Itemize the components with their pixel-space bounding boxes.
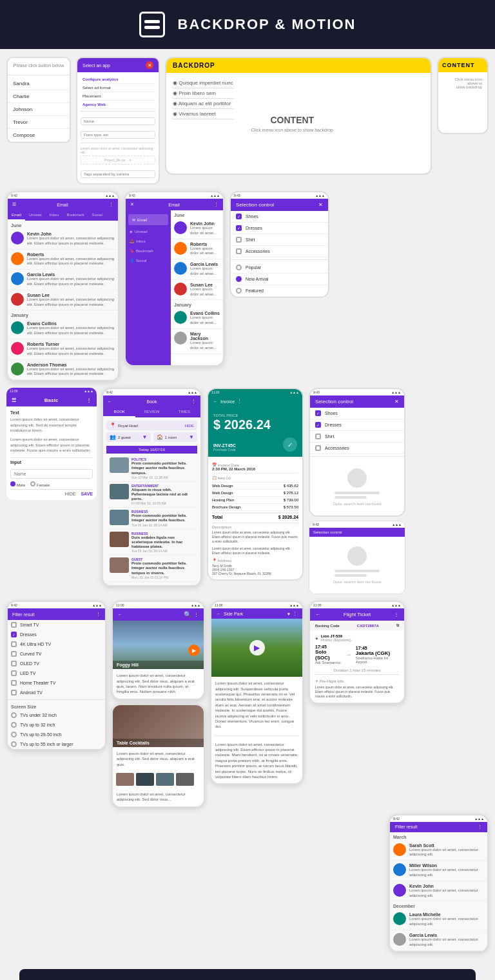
radio-55plus[interactable] — [11, 741, 17, 747]
list-item[interactable]: Roberts Turner Lorem ipsum dolor sit ame… — [8, 339, 118, 360]
checkbox[interactable] — [315, 434, 321, 439]
list-item[interactable]: Evans Collins Lorem ipsum dolor sit amet… — [171, 308, 223, 329]
more-icon[interactable]: ⋮ — [293, 611, 297, 616]
selection-item[interactable]: Shirt — [310, 431, 404, 443]
sidebar-social[interactable]: 👤 Social — [126, 255, 171, 265]
name-field[interactable] — [10, 469, 93, 479]
heart-icon[interactable]: ♥ — [287, 612, 290, 616]
park-play-btn[interactable]: ▶ — [249, 640, 265, 655]
checkbox-shirt[interactable] — [236, 237, 242, 243]
thumb[interactable] — [176, 773, 194, 786]
radio-male[interactable] — [10, 481, 15, 486]
close-icon[interactable]: ✕ — [318, 202, 323, 208]
configure-analytics[interactable]: Configure analytics — [81, 75, 155, 84]
more-icon[interactable]: ⋮ — [194, 612, 199, 617]
screen-size-item[interactable]: TVs under 32 inch — [8, 710, 105, 720]
file-upload[interactable]: Project_file.zip ✕ — [81, 155, 155, 165]
list-item[interactable]: Evans Collins Lorem ipsum dolor sit amet… — [8, 319, 118, 339]
selection-item[interactable]: Accessories — [231, 246, 328, 257]
dropdown-icon[interactable]: ▼ — [189, 434, 194, 440]
list-item[interactable]: Kevin John Lorem ipsum dolor sit amet, c… — [390, 881, 487, 902]
menu-item[interactable]: ◉ Proin libero sem — [173, 88, 233, 99]
list-item[interactable]: Anderson Thomas Lorem ipsum dolor sit am… — [8, 360, 118, 381]
list-item[interactable]: Garcia Lewis Lorem ipsum dolor sit amet,… — [8, 270, 118, 290]
hotel-field[interactable]: 📍 Royal Hotel HIDE — [106, 421, 197, 430]
news-item[interactable]: POLITICS Proin commodo porttitor felis. … — [106, 455, 197, 482]
list-item[interactable]: Susan Lee Lorem ipsum dolor sit amet... — [171, 280, 223, 301]
news-item[interactable]: BUSINESS Proin commodo porttitor felis. … — [106, 508, 197, 529]
save-button[interactable]: SAVE — [81, 492, 93, 496]
tab-book[interactable]: BOOK — [103, 407, 135, 417]
checkbox-android[interactable] — [11, 690, 17, 695]
close-icon[interactable]: ✕ — [394, 399, 399, 405]
checkbox-oled[interactable] — [11, 661, 17, 666]
radio-featured[interactable] — [236, 288, 242, 294]
list-item[interactable]: Kevin John Lorem ipsum dolor sit amet... — [171, 219, 223, 239]
radio-item[interactable]: New Arrival — [231, 274, 328, 285]
form-type-input[interactable] — [81, 131, 155, 139]
hide-button[interactable]: HIDE — [185, 424, 194, 428]
list-item[interactable]: Mary Jackson Lorem ipsum dolor sit amet.… — [171, 329, 223, 354]
checkbox[interactable]: ✓ — [315, 422, 321, 428]
tags-input[interactable] — [81, 170, 155, 178]
selection-item[interactable]: Shirt — [231, 234, 328, 246]
radio-under32[interactable] — [11, 712, 17, 718]
checkbox-home-theater[interactable] — [11, 680, 17, 686]
selection-item[interactable]: ✓ Shoes — [310, 408, 404, 419]
list-item[interactable]: Susan Lee Lorem ipsum dolor sit amet, co… — [8, 290, 118, 311]
thumb[interactable] — [156, 773, 174, 786]
tab-email[interactable]: Email — [8, 210, 25, 221]
list-item[interactable]: Johnson — [8, 103, 70, 116]
list-item[interactable]: Kevin John Lorem ipsum dolor sit amet, c… — [8, 229, 118, 250]
tab-unread[interactable]: Unread — [25, 210, 46, 221]
sidebar-bookmark[interactable]: 🔖 Bookmark — [126, 246, 171, 255]
radio-female[interactable] — [30, 481, 35, 486]
list-item[interactable]: Roberts Lorem ipsum dolor sit amet... — [171, 239, 223, 260]
screen-size-item[interactable]: TVs up to 55 inch or larger — [8, 739, 105, 749]
filter-item[interactable]: ✓ Dresses — [8, 630, 105, 639]
selection-item[interactable]: ✓ Dresses — [231, 223, 328, 234]
name-input[interactable] — [81, 117, 155, 125]
more-icon[interactable]: ⋮ — [478, 825, 482, 830]
close-icon[interactable]: ✕ — [146, 61, 153, 69]
checkbox-shoes[interactable]: ✓ — [236, 214, 242, 219]
tab-review[interactable]: REVIEW — [135, 407, 168, 417]
dropdown-icon[interactable]: ▼ — [142, 434, 148, 440]
list-item[interactable]: Laura Michelle Lorem ipsum dolor sit ame… — [390, 910, 487, 930]
list-item[interactable]: Miller Wilson Lorem ipsum dolor sit amet… — [390, 861, 487, 881]
tab-social[interactable]: Social — [88, 210, 106, 221]
menu-item[interactable]: ◉ Vivamus laoreet — [173, 109, 233, 119]
agency-web[interactable]: Agency Web — [81, 101, 155, 109]
menu-item[interactable]: ◉ Aliquam ac elit porttitor — [173, 99, 233, 109]
room-field[interactable]: 🏠 1 room ▼ — [153, 432, 198, 442]
checkbox-dresses[interactable]: ✓ — [236, 225, 242, 231]
back-icon[interactable]: ← — [315, 612, 320, 617]
checkbox-dresses[interactable]: ✓ — [11, 632, 17, 637]
thumb[interactable] — [136, 773, 154, 786]
checkbox-led[interactable] — [11, 670, 17, 676]
selection-item[interactable]: ✓ Shoes — [231, 211, 328, 223]
back-icon[interactable]: ← — [217, 612, 221, 616]
checkbox[interactable] — [315, 445, 321, 451]
checkbox-4k[interactable] — [11, 641, 17, 647]
sidebar-email[interactable]: ✉ Email — [128, 214, 168, 225]
checkbox-accessories[interactable] — [236, 248, 242, 254]
thumb[interactable] — [116, 773, 134, 786]
search-icon[interactable]: 🔍 — [184, 611, 191, 618]
filter-item[interactable]: LED TV — [8, 668, 105, 678]
radio-item[interactable]: Featured — [231, 285, 328, 297]
news-item[interactable]: guest Proin commodo porttitor felis. Int… — [106, 555, 197, 582]
radio-upto32[interactable] — [11, 722, 17, 728]
filter-item[interactable]: Android TV — [8, 688, 105, 697]
list-item[interactable]: Roberts Lorem ipsum dolor sit amet, cons… — [8, 250, 118, 270]
selection-item[interactable]: ✓ Dresses — [310, 419, 404, 431]
screen-size-item[interactable]: TVs up to 29-50 inch — [8, 730, 105, 739]
radio-29-50[interactable] — [11, 732, 17, 737]
list-item[interactable]: Charlie — [8, 90, 70, 103]
filter-item[interactable]: Home Theater TV — [8, 678, 105, 688]
filter-item[interactable]: Smart TV — [8, 620, 105, 630]
copy-icon[interactable]: ⧉ — [396, 623, 399, 628]
more-icon[interactable]: ⋮ — [394, 612, 399, 617]
radio-new-arrival[interactable] — [236, 276, 242, 282]
checkbox-curved[interactable] — [11, 651, 17, 657]
